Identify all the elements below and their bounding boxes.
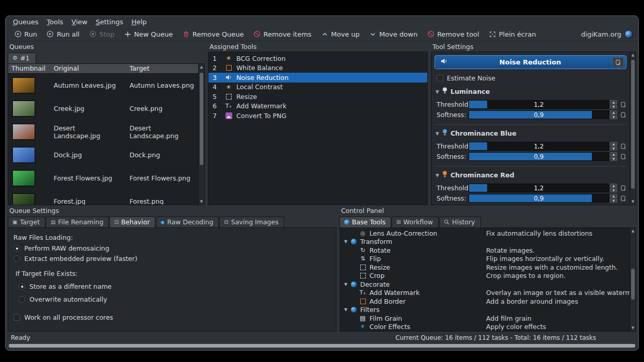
- queue-item-row[interactable]: Desert Landscape.jpgDesert Landscape.png: [8, 120, 198, 143]
- scroll-up-icon[interactable]: ▲: [199, 64, 205, 70]
- menu-help[interactable]: Help: [127, 18, 151, 26]
- tree-item-resize[interactable]: ResizeResize images with a customized le…: [340, 263, 630, 272]
- spinbox[interactable]: ▲▼: [610, 184, 617, 192]
- tree-item-rotate[interactable]: ↻RotateRotate images.: [340, 246, 630, 255]
- tree-item-flip[interactable]: ⇅FlipFlip images horizontally or vertica…: [340, 255, 630, 264]
- tab-raw-decoding[interactable]: ◆Raw Decoding: [156, 217, 219, 227]
- collapse-arrow-icon[interactable]: ▼: [436, 89, 439, 94]
- expander-icon[interactable]: ▼: [342, 282, 349, 287]
- spin-down-icon[interactable]: ▼: [610, 146, 617, 151]
- menu-settings[interactable]: Settings: [91, 18, 127, 26]
- reset-icon[interactable]: [620, 195, 626, 202]
- queue-item-row[interactable]: Creek.jpgCreek.png: [8, 97, 198, 120]
- slider-threshold[interactable]: 1,2: [469, 100, 609, 109]
- assigned-tool-add-watermark[interactable]: 6T₊Add Watermark: [208, 102, 427, 111]
- spinbox[interactable]: ▲▼: [610, 100, 617, 109]
- column-target[interactable]: Target: [126, 64, 198, 73]
- scroll-down-icon[interactable]: ▼: [630, 199, 636, 205]
- spinbox[interactable]: ▲▼: [610, 142, 617, 151]
- toolbar-button-remove-tool[interactable]: Remove tool: [423, 29, 484, 39]
- queue-table-scrollbar[interactable]: ▲ ▼: [198, 64, 204, 205]
- toolbar-button-move-up[interactable]: Move up: [317, 29, 364, 39]
- scroll-up-icon[interactable]: ▲: [630, 228, 636, 234]
- assigned-tool-white-balance[interactable]: 2White Balance: [208, 63, 427, 73]
- column-original[interactable]: Original: [51, 64, 126, 73]
- tab-saving-images[interactable]: ⊟Saving Images: [219, 217, 284, 227]
- tree-scrollbar[interactable]: ▲ ▼: [630, 228, 636, 331]
- spinbox[interactable]: ▲▼: [610, 110, 617, 119]
- queue-item-row[interactable]: Forest.jpgForest.png: [8, 190, 198, 205]
- tree-item-add-watermark[interactable]: T₊Add WatermarkOverlay an image or text …: [340, 289, 630, 298]
- toolbar-button-run-all[interactable]: Run all: [42, 29, 84, 39]
- spinbox[interactable]: ▲▼: [610, 152, 617, 161]
- slider-threshold[interactable]: 1,2: [469, 142, 609, 151]
- toolbar-button-run[interactable]: Run: [10, 29, 41, 39]
- spin-down-icon[interactable]: ▼: [610, 188, 617, 192]
- queue-item-row[interactable]: Autumn Leaves.jpgAutumn Leaves.png: [8, 74, 198, 97]
- tab-history[interactable]: History: [439, 217, 480, 227]
- tree-item-decorate[interactable]: ▼Decorate: [340, 280, 630, 289]
- toolbar-button-stop[interactable]: Stop: [85, 29, 119, 39]
- tree-item-lens-auto-correction[interactable]: ◎Lens Auto-CorrectionFix automatically l…: [340, 229, 630, 238]
- reset-icon[interactable]: [620, 143, 626, 150]
- queue-item-row[interactable]: Dock.jpgDock.png: [8, 143, 198, 167]
- tab-base-tools[interactable]: Base Tools: [340, 217, 391, 227]
- assigned-tool-convert-to-png[interactable]: 7Convert To PNG: [208, 111, 427, 121]
- slider-softness[interactable]: 0,9: [469, 194, 609, 203]
- tab-file-renaming[interactable]: ▤File Renaming: [46, 217, 109, 227]
- expander-icon[interactable]: ▼: [342, 307, 349, 312]
- reset-icon[interactable]: [620, 154, 626, 160]
- reset-icon[interactable]: [620, 102, 626, 108]
- collapse-arrow-icon[interactable]: ▼: [436, 131, 439, 136]
- reset-icon[interactable]: [620, 185, 626, 191]
- tree-item-transform[interactable]: ▼Transform: [340, 238, 630, 246]
- menu-tools[interactable]: Tools: [42, 18, 67, 26]
- work-all-cores-checkbox[interactable]: [13, 314, 20, 321]
- expander-icon[interactable]: ▼: [342, 239, 349, 244]
- tree-item-crop[interactable]: CropCrop images to a region.: [340, 272, 630, 281]
- estimate-noise-checkbox[interactable]: [437, 75, 443, 81]
- assigned-tool-resize[interactable]: 5Resize: [208, 92, 427, 102]
- reset-icon[interactable]: [620, 112, 626, 118]
- spin-up-icon[interactable]: ▲: [610, 152, 617, 156]
- spin-down-icon[interactable]: ▼: [610, 199, 617, 203]
- tree-item-add-border[interactable]: Add BorderAdd a border around images: [340, 297, 630, 306]
- slider-softness[interactable]: 0,9: [469, 152, 609, 161]
- toolbar-button-remove-queue[interactable]: Remove Queue: [178, 29, 248, 39]
- slider-threshold[interactable]: 1,2: [469, 184, 609, 192]
- spin-up-icon[interactable]: ▲: [610, 184, 617, 188]
- scroll-down-icon[interactable]: ▼: [199, 199, 205, 205]
- assigned-tool-local-contrast[interactable]: 4☀Local Contrast: [208, 83, 427, 92]
- spin-down-icon[interactable]: ▼: [610, 115, 617, 119]
- spin-up-icon[interactable]: ▲: [610, 142, 617, 146]
- scroll-down-icon[interactable]: ▼: [630, 325, 636, 331]
- toolbar-button-new-queue[interactable]: New Queue: [120, 29, 177, 39]
- tab-workflow[interactable]: ⊞Workflow: [392, 217, 439, 227]
- slider-softness[interactable]: 0,9: [469, 110, 609, 119]
- radio-store-different-name[interactable]: [19, 283, 25, 290]
- tree-item-color-effects[interactable]: ☀Color EffectsApply color effects: [340, 323, 630, 332]
- collapse-arrow-icon[interactable]: ▼: [436, 173, 439, 178]
- menu-queues[interactable]: Queues: [9, 18, 42, 26]
- tree-item-film-grain[interactable]: ▤Film GrainAdd film grain: [340, 314, 630, 323]
- toolbar-button-plein-cran[interactable]: Plein écran: [485, 29, 540, 39]
- scroll-up-icon[interactable]: ▲: [630, 52, 636, 58]
- spin-down-icon[interactable]: ▼: [610, 105, 617, 109]
- tool-settings-scrollbar[interactable]: ▲ ▼: [630, 52, 636, 205]
- tool-options-button[interactable]: [613, 57, 624, 67]
- menu-view[interactable]: View: [68, 18, 92, 26]
- tab-target[interactable]: ▣Target: [8, 217, 45, 227]
- assigned-tool-noise-reduction[interactable]: 3Noise Reduction: [208, 73, 427, 83]
- tree-item-filters[interactable]: ▼Filters: [340, 306, 630, 315]
- spin-up-icon[interactable]: ▲: [610, 100, 617, 104]
- radio-overwrite-automatically[interactable]: [19, 296, 25, 303]
- assigned-tool-bcg-correction[interactable]: 1☀BCG Correction: [208, 54, 427, 63]
- spinbox[interactable]: ▲▼: [610, 194, 617, 203]
- toolbar-button-move-down[interactable]: Move down: [365, 29, 422, 39]
- queue-item-row[interactable]: Forest Flowers.jpgForest Flowers.png: [8, 167, 198, 190]
- tab-behavior[interactable]: ⊡Behavior: [109, 217, 155, 227]
- spin-down-icon[interactable]: ▼: [610, 157, 617, 161]
- radio-perform-raw-demosaicing[interactable]: [13, 245, 20, 252]
- spin-up-icon[interactable]: ▲: [610, 194, 617, 198]
- toolbar-button-remove-items[interactable]: Remove items: [249, 29, 316, 39]
